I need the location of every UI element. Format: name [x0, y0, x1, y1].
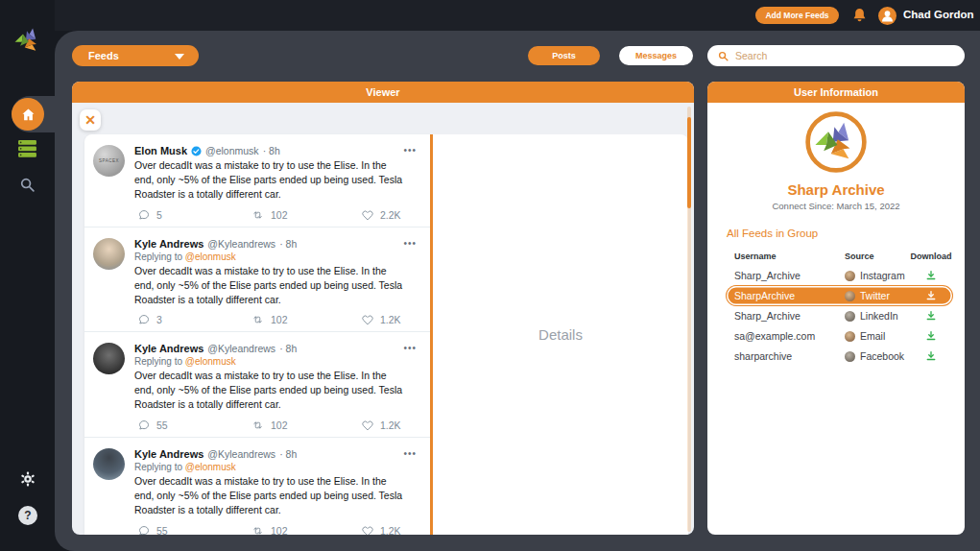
notification-bell-icon[interactable] — [850, 6, 869, 25]
feed-username: sa@example.com — [734, 330, 845, 342]
sidebar-item-settings[interactable] — [0, 470, 55, 488]
feeds-dropdown[interactable]: Feeds — [72, 45, 199, 66]
help-button[interactable]: ? — [18, 506, 37, 525]
reply-button[interactable]: 55 — [138, 419, 251, 431]
download-icon — [925, 310, 937, 322]
add-more-feeds-button[interactable]: Add More Feeds — [755, 7, 839, 24]
download-button[interactable] — [910, 270, 952, 281]
tweet-item[interactable]: SPACEX Elon Musk @elonmusk · 8h ••• Over… — [84, 134, 430, 228]
user-information-header: User Information — [707, 82, 965, 103]
tweet-author-name: Kyle Andrews — [134, 448, 203, 460]
viewer-panel: Viewer ✕ SPACEX Elon Musk @elonmusk · 8h… — [72, 82, 694, 535]
all-feeds-section-title: All Feeds in Group — [727, 228, 818, 239]
download-button[interactable] — [910, 290, 952, 301]
feed-row[interactable]: Sharp_Archive Instagram — [727, 266, 952, 285]
tweet-author-handle: @Kyleandrews — [207, 343, 275, 354]
download-button[interactable] — [910, 330, 952, 342]
retweet-count: 102 — [271, 314, 288, 325]
tweet-timestamp: · 8h — [263, 145, 280, 156]
viewer-header: Viewer — [72, 82, 694, 103]
viewer-scrollbar-thumb[interactable] — [687, 117, 691, 208]
search-input[interactable] — [735, 50, 946, 61]
feed-row[interactable]: sharparchive Facebook — [727, 347, 952, 366]
retweet-count: 102 — [271, 525, 288, 535]
heart-icon — [362, 314, 373, 325]
tweet-more-button[interactable]: ••• — [403, 343, 417, 353]
feed-row[interactable]: sa@example.com Email — [727, 326, 952, 346]
column-download: Download — [910, 252, 952, 261]
tweet-author-name: Kyle Andrews — [134, 238, 203, 250]
tweet-more-button[interactable]: ••• — [403, 238, 417, 249]
retweet-button[interactable]: 102 — [251, 209, 362, 221]
like-count: 2.2K — [380, 209, 401, 221]
tweet-item[interactable]: Kyle Andrews @Kyleandrews · 8h ••• Reply… — [84, 438, 430, 535]
reply-button[interactable]: 5 — [138, 209, 251, 221]
sidebar-item-feeds[interactable] — [0, 140, 55, 157]
reply-icon — [138, 525, 150, 535]
feeds-table-rows: Sharp_Archive Instagram SharpArchive Twi… — [727, 266, 952, 366]
tweet-text: Over decadIt was a mistake to try to use… — [134, 158, 418, 202]
retweet-icon — [251, 419, 264, 431]
retweet-icon — [251, 525, 264, 535]
posts-tab[interactable]: Posts — [528, 46, 600, 65]
close-icon: ✕ — [84, 112, 96, 128]
reply-button[interactable]: 55 — [138, 525, 251, 535]
close-button[interactable]: ✕ — [80, 109, 101, 131]
like-button[interactable]: 1.2K — [362, 419, 401, 431]
download-icon — [925, 290, 937, 301]
retweet-icon — [251, 209, 264, 221]
tweet-author-handle: @Kyleandrews — [207, 448, 275, 460]
feed-row[interactable]: Sharp_Archive LinkedIn — [727, 306, 952, 325]
like-button[interactable]: 1.2K — [362, 314, 401, 325]
download-icon — [925, 350, 937, 362]
reply-button[interactable]: 3 — [138, 314, 251, 325]
feeds-dropdown-label: Feeds — [88, 50, 119, 61]
sidebar-item-search[interactable] — [0, 177, 55, 193]
reply-count: 55 — [156, 525, 168, 535]
retweet-icon — [251, 314, 264, 325]
feed-source: Twitter — [860, 290, 890, 301]
like-count: 1.2K — [380, 525, 401, 535]
like-button[interactable]: 2.2K — [362, 209, 401, 221]
feed-username: SharpArchive — [734, 290, 845, 301]
tweet-replying-to: Replying to @elonmusk — [134, 252, 418, 262]
viewer-scrollbar[interactable] — [687, 107, 691, 532]
retweet-button[interactable]: 102 — [251, 419, 362, 431]
tweet-author-handle: @elonmusk — [205, 145, 259, 156]
mention-link[interactable]: @elonmusk — [185, 462, 236, 472]
tweet-author-avatar: SPACEX — [93, 145, 125, 177]
sidebar-item-home[interactable] — [12, 98, 44, 131]
like-button[interactable]: 1.2K — [362, 525, 401, 535]
tweet-more-button[interactable]: ••• — [403, 448, 417, 459]
download-button[interactable] — [910, 350, 952, 362]
tweet-more-button[interactable]: ••• — [403, 145, 417, 156]
messages-tab[interactable]: Messages — [619, 46, 693, 65]
mention-link[interactable]: @elonmusk — [185, 356, 236, 367]
retweet-button[interactable]: 102 — [251, 314, 362, 325]
retweet-button[interactable]: 102 — [251, 525, 362, 535]
feed-source: Facebook — [860, 350, 904, 362]
feed-username: Sharp_Archive — [734, 270, 845, 281]
tweet-item[interactable]: Kyle Andrews @Kyleandrews · 8h ••• Reply… — [84, 332, 430, 438]
tweet-list: SPACEX Elon Musk @elonmusk · 8h ••• Over… — [84, 134, 430, 535]
chevron-down-icon — [175, 54, 184, 60]
feed-row[interactable]: SharpArchive Twitter — [727, 286, 952, 305]
feed-source: Email — [860, 330, 885, 342]
download-icon — [925, 330, 937, 342]
mention-link[interactable]: @elonmusk — [185, 252, 236, 262]
user-information-panel: User Information Sharp Archive Connect S… — [707, 82, 965, 535]
gear-icon — [19, 470, 36, 488]
download-button[interactable] — [910, 310, 952, 322]
user-avatar-icon[interactable] — [878, 7, 896, 25]
tweet-item[interactable]: Kyle Andrews @Kyleandrews · 8h ••• Reply… — [84, 228, 430, 333]
details-panel: Details — [433, 134, 688, 535]
source-avatar-icon — [845, 331, 855, 342]
feeds-table: Username Source Download Sharp_Archive I… — [727, 248, 952, 366]
tweet-timestamp: · 8h — [279, 238, 297, 250]
app-logo-icon[interactable] — [12, 25, 43, 56]
tweet-author-handle: @Kyleandrews — [207, 238, 275, 250]
sharp-archive-logo-icon — [804, 110, 868, 174]
feed-source: LinkedIn — [860, 310, 898, 322]
like-count: 1.2K — [380, 419, 401, 431]
home-icon — [20, 107, 36, 123]
